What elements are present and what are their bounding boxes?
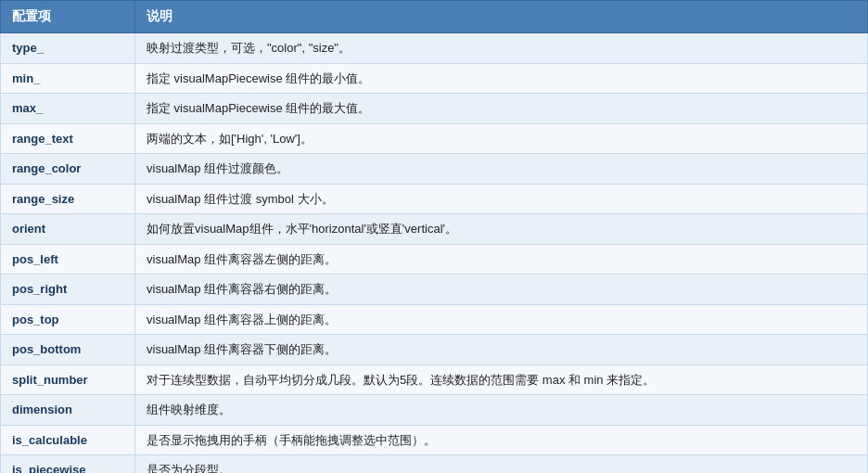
- table-header-row: 配置项 说明: [1, 1, 868, 33]
- config-desc: visualMap 组件过渡颜色。: [135, 154, 868, 185]
- config-key: pos_top: [1, 304, 135, 335]
- config-key: is_calculable: [1, 425, 135, 455]
- header-desc: 说明: [135, 1, 868, 33]
- table-row: range_colorvisualMap 组件过渡颜色。: [1, 154, 868, 185]
- config-desc: visualMap 组件离容器上侧的距离。: [135, 304, 868, 335]
- table-row: is_piecewise是否为分段型。: [1, 455, 868, 474]
- config-desc: visualMap 组件离容器右侧的距离。: [135, 275, 868, 305]
- config-key: range_text: [1, 123, 135, 154]
- config-key: dimension: [1, 395, 135, 426]
- config-desc: visualMap 组件离容器下侧的距离。: [135, 335, 868, 365]
- config-table: 配置项 说明 type_映射过渡类型，可选，"color", "size"。mi…: [0, 0, 868, 473]
- table-row: is_calculable是否显示拖拽用的手柄（手柄能拖拽调整选中范围）。: [1, 425, 868, 455]
- config-key: pos_right: [1, 275, 135, 305]
- config-key: range_color: [1, 154, 135, 185]
- config-desc: 对于连续型数据，自动平均切分成几段。默认为5段。连续数据的范围需要 max 和 …: [135, 364, 868, 395]
- header-config: 配置项: [1, 1, 135, 33]
- config-desc: 映射过渡类型，可选，"color", "size"。: [135, 33, 868, 64]
- config-desc: 是否为分段型。: [135, 455, 868, 474]
- table-row: range_text两端的文本，如['High', 'Low']。: [1, 123, 868, 154]
- config-desc: 组件映射维度。: [135, 395, 868, 426]
- table-row: pos_leftvisualMap 组件离容器左侧的距离。: [1, 244, 868, 275]
- table-row: pos_bottomvisualMap 组件离容器下侧的距离。: [1, 335, 868, 365]
- table-row: range_sizevisualMap 组件过渡 symbol 大小。: [1, 184, 868, 214]
- config-desc: 是否显示拖拽用的手柄（手柄能拖拽调整选中范围）。: [135, 425, 868, 455]
- table-row: pos_rightvisualMap 组件离容器右侧的距离。: [1, 275, 868, 305]
- table-row: max_指定 visualMapPiecewise 组件的最大值。: [1, 94, 868, 124]
- table-row: pos_topvisualMap 组件离容器上侧的距离。: [1, 304, 868, 335]
- config-key: pos_left: [1, 244, 135, 275]
- table-row: orient如何放置visualMap组件，水平'horizontal'或竖直'…: [1, 214, 868, 245]
- config-key: is_piecewise: [1, 455, 135, 474]
- config-desc: 指定 visualMapPiecewise 组件的最大值。: [135, 94, 868, 124]
- config-desc: visualMap 组件过渡 symbol 大小。: [135, 184, 868, 214]
- config-key: orient: [1, 214, 135, 245]
- config-key: pos_bottom: [1, 335, 135, 365]
- config-key: max_: [1, 94, 135, 124]
- config-desc: visualMap 组件离容器左侧的距离。: [135, 244, 868, 275]
- table-row: min_指定 visualMapPiecewise 组件的最小值。: [1, 63, 868, 94]
- config-key: min_: [1, 63, 135, 94]
- table-row: split_number对于连续型数据，自动平均切分成几段。默认为5段。连续数据…: [1, 364, 868, 395]
- config-desc: 两端的文本，如['High', 'Low']。: [135, 123, 868, 154]
- config-desc: 指定 visualMapPiecewise 组件的最小值。: [135, 63, 868, 94]
- config-key: range_size: [1, 184, 135, 214]
- config-desc: 如何放置visualMap组件，水平'horizontal'或竖直'vertic…: [135, 214, 868, 245]
- config-key: type_: [1, 33, 135, 64]
- table-row: type_映射过渡类型，可选，"color", "size"。: [1, 33, 868, 64]
- config-key: split_number: [1, 364, 135, 395]
- table-row: dimension组件映射维度。: [1, 395, 868, 426]
